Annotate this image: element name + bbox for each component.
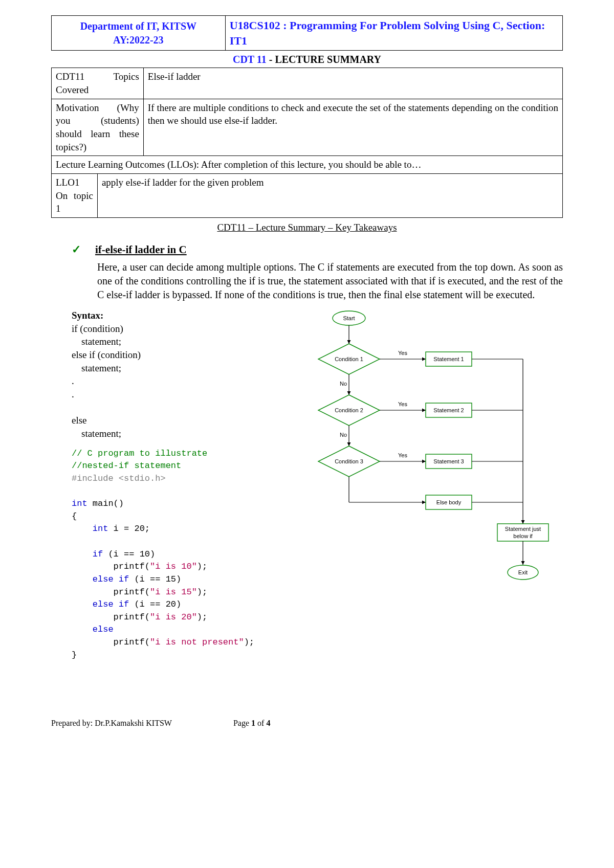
topic-paragraph: Here, a user can decide among multiple o… <box>97 260 563 302</box>
key-takeaways-heading: CDT11 – Lecture Summary – Key Takeaways <box>51 221 563 234</box>
kw-elif1: else if <box>72 574 129 584</box>
motivation-label: Motivation (Why you (students) should le… <box>52 99 144 156</box>
kw-int-decl: int <box>72 524 108 533</box>
str2: "i is 15" <box>150 587 197 597</box>
flow-yes2: Yes <box>398 401 407 407</box>
lbrace: { <box>72 511 77 521</box>
decl-rest: i = 20; <box>108 524 150 533</box>
flow-start: Start <box>343 315 355 321</box>
if-cond: (i == 10) <box>103 549 155 559</box>
printf1a: printf( <box>72 562 150 571</box>
str3: "i is 20" <box>150 612 197 622</box>
llo-table: LLO1 On topic 1 apply else-if ladder for… <box>51 173 563 218</box>
flow-else: Else body <box>436 499 461 505</box>
flow-c2: Condition 2 <box>335 407 363 413</box>
printf2a: printf( <box>72 587 150 597</box>
flowchart-column: Start Condition 1 Yes Statement 1 No Con… <box>303 309 569 616</box>
printf4a: printf( <box>72 637 150 647</box>
syntax-flow-row: Syntax: if (condition) statement; else i… <box>72 309 563 661</box>
kw-else: else <box>72 625 114 634</box>
code-comment-2: //nested-if statement <box>72 461 181 471</box>
syntax-block: if (condition) statement; else if (condi… <box>72 322 298 440</box>
lecture-title-code: CDT 11 <box>233 54 267 65</box>
llo1-value: apply else-if ladder for the given probl… <box>97 173 562 217</box>
elif2-cond: (i == 20) <box>129 599 181 609</box>
printf3a: printf( <box>72 612 150 622</box>
flow-s3: Statement 3 <box>433 458 464 464</box>
printf4b: ); <box>244 637 254 647</box>
check-icon: ✓ <box>72 242 81 257</box>
flow-yes1: Yes <box>398 350 407 356</box>
code-block: // C program to illustrate //nested-if s… <box>72 448 298 662</box>
header-dept: Department of IT, KITSW AY:2022-23 <box>52 16 226 51</box>
topics-value: Else-if ladder <box>143 68 562 99</box>
topic-row: ✓ if-else-if ladder in C <box>72 242 563 257</box>
info-table: CDT11 Topics Covered Else-if ladder Moti… <box>51 68 563 173</box>
printf1b: ); <box>197 562 207 571</box>
dept-line1: Department of IT, KITSW <box>80 20 196 32</box>
flow-s1: Statement 1 <box>433 356 464 362</box>
flow-s2: Statement 2 <box>433 407 464 413</box>
elif1-cond: (i == 15) <box>129 574 181 584</box>
main-sig: main() <box>87 499 124 508</box>
printf3b: ); <box>197 612 207 622</box>
header-course: U18CS102 : Programming For Problem Solvi… <box>225 16 562 51</box>
lecture-title: CDT 11 - LECTURE SUMMARY <box>51 53 563 66</box>
rbrace: } <box>72 650 77 660</box>
left-column: Syntax: if (condition) statement; else i… <box>72 309 298 661</box>
flow-stmt-below-l2: below if <box>513 533 533 539</box>
str4: "i is not present" <box>150 637 244 647</box>
llo-intro: Lecture Learning Outcomes (LLOs): After … <box>52 156 563 174</box>
syntax-label: Syntax: <box>72 309 298 322</box>
flow-exit: Exit <box>518 569 527 575</box>
code-comment-1: // C program to illustrate <box>72 449 207 458</box>
header-table: Department of IT, KITSW AY:2022-23 U18CS… <box>51 15 563 51</box>
llo1-label: LLO1 On topic 1 <box>52 173 98 217</box>
flow-c1: Condition 1 <box>335 356 363 362</box>
motivation-value: If there are multiple conditions to chec… <box>143 99 562 156</box>
str1: "i is 10" <box>150 562 197 571</box>
flow-yes3: Yes <box>398 452 407 458</box>
flow-stmt-below-l1: Statement just <box>505 526 540 532</box>
footer: Prepared by: Dr.P.Kamakshi KITSW Page 1 … <box>51 718 563 729</box>
code-include: #include <stdio.h> <box>72 474 166 483</box>
kw-elif2: else if <box>72 599 129 609</box>
topics-label: CDT11 Topics Covered <box>52 68 144 99</box>
dept-line2: AY:2022-23 <box>113 34 164 46</box>
content-body: ✓ if-else-if ladder in C Here, a user ca… <box>51 242 563 661</box>
kw-if: if <box>72 549 103 559</box>
footer-page: Page 1 of 4 <box>233 718 270 729</box>
flow-no2: No <box>340 432 347 438</box>
lecture-title-rest: - LECTURE SUMMARY <box>267 54 381 65</box>
flow-no1: No <box>340 381 347 387</box>
flowchart-svg: Start Condition 1 Yes Statement 1 No Con… <box>303 309 569 616</box>
topic-title: if-else-if ladder in C <box>95 242 187 257</box>
flow-c3: Condition 3 <box>335 458 363 464</box>
kw-int-main: int <box>72 499 87 508</box>
printf2b: ); <box>197 587 207 597</box>
footer-prepared: Prepared by: Dr.P.Kamakshi KITSW <box>51 718 172 729</box>
